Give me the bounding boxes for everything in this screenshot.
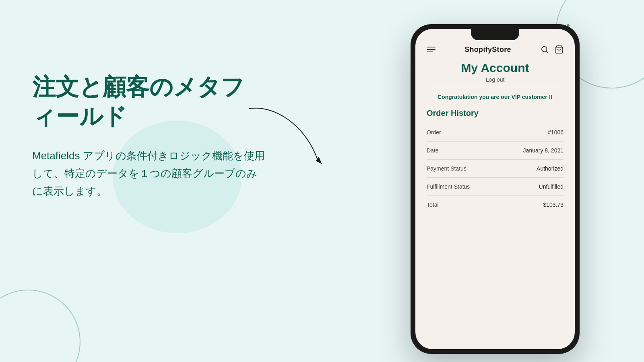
- phone-inner: ShopifyStore My Account Log out: [415, 29, 575, 349]
- order-label: Date: [427, 147, 439, 154]
- order-label: Fulfillment Status: [427, 183, 470, 190]
- phone-container: ShopifyStore My Account Log out: [411, 24, 580, 354]
- order-value: January 8, 2021: [523, 147, 564, 154]
- order-value: Unfulfilled: [539, 183, 564, 190]
- logout-link[interactable]: Log out: [427, 76, 564, 83]
- svg-point-1: [542, 47, 547, 52]
- order-value: $103.73: [543, 202, 564, 208]
- account-title: My Account: [427, 61, 564, 75]
- main-title: 注文と顧客のメタフィールド: [32, 72, 266, 131]
- order-label: Payment Status: [427, 165, 466, 172]
- bg-circle-bottom-left: [0, 290, 80, 362]
- phone-notch: [471, 29, 519, 40]
- order-value: Authorized: [537, 165, 564, 172]
- order-label: Total: [427, 202, 439, 208]
- sub-text: Metafields アプリの条件付きロジック機能を使用して、特定のデータを１つ…: [32, 147, 266, 200]
- phone-content: My Account Log out Congratulation you ar…: [415, 57, 575, 349]
- arrow-decoration: [242, 101, 330, 173]
- order-label: Order: [427, 129, 441, 136]
- cart-icon[interactable]: [555, 45, 564, 54]
- header-icons: [540, 45, 564, 54]
- order-row: Fulfillment Status Unfulfilled: [427, 178, 564, 196]
- phone-header: ShopifyStore: [415, 40, 575, 57]
- order-row: Total $103.73: [427, 196, 564, 214]
- order-value: #1006: [548, 129, 564, 136]
- left-content: 注文と顧客のメタフィールド Metafields アプリの条件付きロジック機能を…: [32, 72, 266, 200]
- order-row: Payment Status Authorized: [427, 160, 564, 178]
- vip-message: Congratulation you are our VIP customer …: [427, 93, 564, 101]
- svg-line-2: [546, 51, 548, 53]
- hamburger-menu-icon[interactable]: [427, 47, 436, 52]
- order-row: Order #1006: [427, 123, 564, 142]
- order-row: Date January 8, 2021: [427, 142, 564, 160]
- order-rows: Order #1006 Date January 8, 2021 Payment…: [427, 123, 564, 214]
- divider: [427, 87, 564, 87]
- phone-outer: ShopifyStore My Account Log out: [411, 24, 580, 354]
- store-name: ShopifyStore: [464, 45, 511, 54]
- order-history-title: Order History: [427, 109, 564, 118]
- search-icon[interactable]: [540, 45, 549, 54]
